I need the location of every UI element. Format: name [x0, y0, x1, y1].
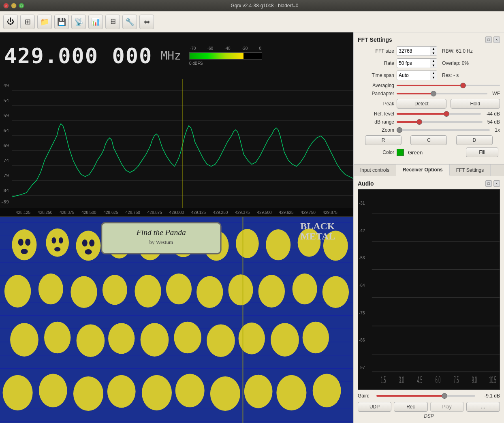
scale-0: 0 — [259, 46, 261, 51]
window-controls[interactable]: × − □ — [3, 3, 24, 9]
scale-minus20: -20 — [242, 46, 248, 51]
freq-label: 429.750 — [301, 210, 316, 215]
audio-panel-controls[interactable]: □ × — [485, 180, 500, 187]
overlap-label: Overlap: 0% — [442, 60, 469, 66]
title-bar: × − □ Gqrx v2.4-38-g10c8 - bladerf=0 — [0, 0, 504, 11]
hardware-button[interactable]: ⊞ — [20, 15, 35, 29]
fill-button[interactable]: Fill — [466, 147, 498, 157]
audio-db-labels: -31 -42 -53 -64 -75 -86 -97 — [359, 190, 365, 381]
right-panel: FFT Settings □ × FFT size 32768 ▲ ▼ RBW:… — [353, 32, 504, 423]
audio-close-button[interactable]: × — [493, 180, 500, 187]
power-button[interactable]: ⏻ — [3, 15, 18, 29]
antenna-button[interactable]: 📡 — [71, 15, 86, 29]
svg-text:10.5: 10.5 — [489, 375, 496, 385]
minimize-button[interactable]: − — [11, 3, 17, 9]
fft-size-value[interactable]: 32768 — [397, 48, 430, 54]
window-title: Gqrx v2.4-38-g10c8 - bladerf=0 — [28, 3, 501, 9]
timespan-value[interactable]: Auto — [397, 73, 430, 78]
svg-point-53 — [107, 375, 136, 408]
panel-close-button[interactable]: × — [493, 36, 500, 43]
res-value: - s — [453, 73, 459, 78]
panel-controls[interactable]: □ × — [485, 36, 500, 43]
rate-value[interactable]: 50 fps — [397, 60, 430, 66]
color-selector[interactable]: Green — [397, 149, 463, 156]
frequency-unit: MHz — [160, 49, 181, 62]
audio-restore-button[interactable]: □ — [485, 180, 492, 187]
r-button[interactable]: R — [365, 135, 401, 145]
zoom-slider-container — [397, 129, 490, 131]
spectrum-area[interactable]: -49 -54 -59 -64 -69 -74 -79 -84 -89 — [0, 79, 353, 217]
tab-input-controls[interactable]: Input controls — [354, 164, 396, 176]
hold-button[interactable]: Hold — [451, 99, 500, 109]
audio-db-64: -64 — [359, 283, 365, 288]
waterfall-bg: Find the Panda by Westum BLACK METAL — [0, 217, 353, 423]
gain-slider[interactable] — [376, 395, 475, 397]
db-range-slider[interactable] — [397, 121, 483, 123]
svg-point-39 — [322, 276, 349, 308]
play-button[interactable]: Play — [430, 402, 464, 412]
pandapter-slider[interactable] — [397, 93, 487, 94]
tab-receiver-options[interactable]: Receiver Options — [396, 164, 450, 176]
audio-db-97: -97 — [359, 365, 365, 370]
monitor-button[interactable]: 🖥 — [105, 15, 120, 29]
rate-down[interactable]: ▼ — [430, 63, 437, 68]
arrows-button[interactable]: ⇔ — [139, 15, 154, 29]
ref-level-row: Ref. level -44 dB — [358, 111, 500, 117]
bottom-section: Input controls Receiver Options FFT Sett… — [354, 164, 504, 423]
wf-label: WF — [492, 91, 500, 96]
svg-point-36 — [229, 274, 253, 305]
svg-point-50 — [3, 375, 33, 410]
svg-point-46 — [207, 324, 235, 357]
ref-level-slider[interactable] — [397, 113, 481, 115]
frequency-value[interactable]: 429.000 000 — [4, 44, 152, 68]
spectrum-svg — [12, 79, 353, 209]
open-button[interactable]: 📁 — [37, 15, 52, 29]
rate-arrows[interactable]: ▲ ▼ — [430, 59, 437, 68]
timespan-arrows[interactable]: ▲ ▼ — [430, 71, 437, 80]
spectrum-button[interactable]: 📊 — [88, 15, 103, 29]
svg-point-20 — [76, 231, 100, 261]
svg-point-43 — [108, 323, 135, 354]
panel-restore-button[interactable]: □ — [485, 36, 492, 43]
timespan-up[interactable]: ▲ — [430, 71, 437, 75]
detect-button[interactable]: Detect — [397, 99, 446, 109]
svg-point-60 — [18, 239, 23, 246]
fft-size-row: FFT size 32768 ▲ ▼ RBW: 61.0 Hz — [358, 46, 500, 56]
db-range-value: 54 dB — [487, 119, 500, 125]
fft-size-arrows[interactable]: ▲ ▼ — [430, 47, 437, 56]
close-button[interactable]: × — [3, 3, 9, 9]
svg-point-32 — [103, 275, 127, 305]
fft-size-spinbox[interactable]: 32768 ▲ ▼ — [397, 46, 437, 56]
rate-up[interactable]: ▲ — [430, 59, 437, 63]
zoom-row: Zoom 1x — [358, 127, 500, 133]
color-row: Color Green Fill — [358, 147, 500, 157]
rec-button[interactable]: Rec — [394, 402, 427, 412]
svg-text:4.5: 4.5 — [417, 375, 423, 385]
udp-button[interactable]: UDP — [358, 402, 391, 412]
timespan-down[interactable]: ▼ — [430, 75, 437, 80]
timespan-label: Time span — [358, 73, 394, 78]
timespan-spinbox[interactable]: Auto ▲ ▼ — [397, 70, 437, 80]
zoom-slider[interactable] — [397, 129, 490, 131]
fft-size-down[interactable]: ▼ — [430, 51, 437, 56]
svg-point-41 — [44, 322, 70, 353]
averaging-slider[interactable] — [397, 85, 500, 86]
audio-chart-svg: 1.5 3.0 4.5 6.0 7.5 9.0 10.5 — [358, 190, 500, 389]
c-button[interactable]: C — [410, 135, 447, 145]
d-button[interactable]: D — [456, 135, 493, 145]
audio-title: Audio — [358, 180, 374, 187]
freq-label: 428.750 — [126, 210, 140, 215]
svg-text:7.5: 7.5 — [454, 375, 459, 385]
svg-point-65 — [54, 247, 60, 252]
db-label-64: -64 — [1, 128, 9, 133]
svg-point-37 — [258, 275, 285, 308]
more-button[interactable]: ... — [466, 402, 500, 412]
tab-fft-settings[interactable]: FFT Settings — [450, 164, 491, 176]
save-button[interactable]: 💾 — [54, 15, 69, 29]
svg-point-48 — [271, 323, 299, 357]
settings-button[interactable]: 🔧 — [122, 15, 137, 29]
rate-spinbox[interactable]: 50 fps ▲ ▼ — [397, 58, 437, 68]
maximize-button[interactable]: □ — [19, 3, 24, 9]
signal-meter: -70 -60 -40 -20 0 0 dBFS — [189, 46, 262, 66]
fft-size-up[interactable]: ▲ — [430, 47, 437, 51]
